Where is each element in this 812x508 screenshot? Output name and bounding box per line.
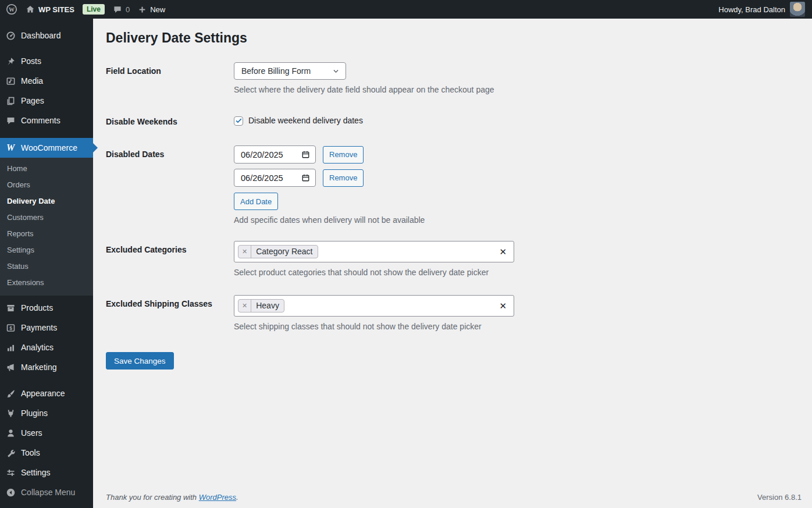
comments-shortcut[interactable]: 0 [113,5,130,14]
sidebar-item-label: Media [21,76,43,86]
submenu-item-status[interactable]: Status [0,258,93,275]
submenu-item-extensions[interactable]: Extensions [0,275,93,291]
disable-weekends-row: Disable Weekends Disable weekend deliver… [106,116,800,127]
site-menu[interactable]: WP SITES [26,5,74,14]
appearance-icon [5,388,16,399]
excluded-shipping-classes-row: Excluded Shipping Classes ✕ Heavy ✕ Sele… [106,295,800,332]
tools-icon [5,447,16,459]
products-icon [5,302,16,314]
collapse-arrow-icon [5,486,16,498]
submenu-item-orders[interactable]: Orders [0,177,93,193]
sidebar-item-label: Payments [21,323,57,332]
wordpress-link[interactable]: WordPress [199,493,236,502]
comment-count: 0 [126,5,130,14]
sidebar-item-label: Tools [21,448,40,457]
sidebar-item-label: Marketing [21,363,56,372]
sidebar-item-label: Appearance [21,389,65,398]
submenu-item-settings[interactable]: Settings [0,242,93,258]
disable-weekends-checkbox[interactable] [234,116,243,126]
sidebar-item-plugins[interactable]: Plugins [0,403,93,423]
excluded-categories-field[interactable]: ✕ Category React ✕ [234,241,514,262]
field-location-select[interactable]: Before Billing Form [234,62,346,80]
excluded-categories-help: Select product categories that should no… [234,267,800,278]
remove-date-button-2[interactable]: Remove [323,169,364,187]
admin-sidebar: Dashboard Posts Media Pages Comments W W… [0,19,93,508]
marketing-icon [5,361,16,373]
sidebar-item-media[interactable]: Media [0,71,93,91]
plugins-icon [5,407,16,419]
new-label: New [150,5,165,14]
field-location-row: Field Location Before Billing Form Selec… [106,62,800,95]
disabled-date-row: Remove [234,169,800,187]
plus-icon [138,5,147,14]
date-value[interactable] [241,173,291,183]
analytics-icon [5,342,16,353]
pages-icon [5,95,16,106]
sidebar-item-users[interactable]: Users [0,423,93,443]
date-value[interactable] [241,150,291,159]
sidebar-item-label: Pages [21,96,44,105]
remove-date-button-1[interactable]: Remove [323,146,364,164]
submenu-item-reports[interactable]: Reports [0,226,93,242]
calendar-icon[interactable] [301,150,310,159]
disabled-dates-help: Add specific dates when delivery will no… [234,215,800,225]
sidebar-item-label: WooCommerce [21,143,77,152]
disabled-date-input-2[interactable] [234,169,316,187]
add-date-button[interactable]: Add Date [234,193,278,210]
sidebar-item-products[interactable]: Products [0,298,93,318]
comment-bubble-icon [113,5,122,14]
sidebar-item-dashboard[interactable]: Dashboard [0,26,93,45]
sidebar-item-woocommerce[interactable]: W WooCommerce [0,138,93,158]
excluded-shipping-classes-field[interactable]: ✕ Heavy ✕ [234,295,514,317]
sidebar-item-label: Users [21,428,42,438]
excluded-shipping-classes-help: Select shipping classes that should not … [234,321,800,332]
submenu-item-delivery-date[interactable]: Delivery Date [0,193,93,209]
new-content-menu[interactable]: New [138,5,165,14]
field-location-label: Field Location [106,62,234,77]
sidebar-item-appearance[interactable]: Appearance [0,383,93,403]
submenu-item-customers[interactable]: Customers [0,209,93,226]
sidebar-item-posts[interactable]: Posts [0,51,93,71]
collapse-menu-button[interactable]: Collapse Menu [0,482,93,502]
sidebar-item-label: Comments [21,116,60,125]
clear-field-icon[interactable]: ✕ [499,247,507,256]
admin-bar: W WP SITES Live 0 New Howdy, Brad Dalton [0,0,812,19]
wordpress-logo-icon[interactable]: W [6,3,17,15]
checkmark-icon [235,117,243,125]
users-icon [5,427,16,439]
page-title: Delivery Date Settings [106,29,800,47]
disable-weekends-label: Disable Weekends [106,116,234,127]
svg-text:$: $ [9,325,12,331]
remove-tag-icon[interactable]: ✕ [238,300,251,312]
sidebar-item-pages[interactable]: Pages [0,91,93,111]
sidebar-item-label: Settings [21,468,51,477]
woocommerce-submenu: Home Orders Delivery Date Customers Repo… [0,158,93,296]
footer-version: Version 6.8.1 [757,493,802,502]
admin-footer: Thank you for creating with WordPress. V… [106,493,802,502]
live-badge: Live [83,4,105,15]
clear-field-icon[interactable]: ✕ [499,301,507,310]
user-avatar[interactable] [790,2,805,17]
sidebar-item-payments[interactable]: $ Payments [0,318,93,338]
howdy-greeting[interactable]: Howdy, Brad Dalton [718,5,785,14]
footer-period: . [236,493,238,502]
footer-thanks-text: Thank you for creating with [106,493,199,502]
excluded-categories-label: Excluded Categories [106,241,234,255]
remove-tag-icon[interactable]: ✕ [238,246,251,258]
sidebar-item-comments[interactable]: Comments [0,111,93,130]
sidebar-item-settings[interactable]: Settings [0,463,93,482]
sidebar-item-tools[interactable]: Tools [0,443,93,463]
sidebar-item-analytics[interactable]: Analytics [0,338,93,357]
disabled-dates-row: Disabled Dates Remove Remove Add [106,145,800,225]
disabled-date-row: Remove [234,145,800,164]
sidebar-item-label: Plugins [21,408,48,418]
disabled-date-input-1[interactable] [234,145,316,164]
save-changes-button[interactable]: Save Changes [106,352,174,370]
calendar-icon[interactable] [301,173,310,182]
submenu-item-home[interactable]: Home [0,161,93,177]
sidebar-item-marketing[interactable]: Marketing [0,357,93,377]
svg-text:W: W [9,6,15,13]
tag-label: Heavy [251,300,284,312]
tag-label: Category React [251,246,317,258]
disable-weekends-checkbox-label[interactable]: Disable weekend delivery dates [248,116,363,126]
